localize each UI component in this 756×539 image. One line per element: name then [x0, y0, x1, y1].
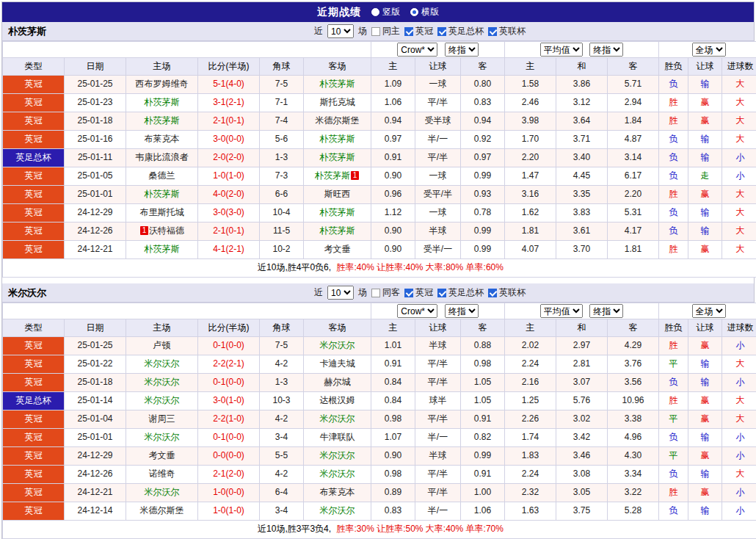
- euro-home-odds: 1.58: [505, 76, 556, 94]
- bookmaker-select[interactable]: Crow*: [397, 43, 437, 57]
- games-count-select[interactable]: 10: [327, 24, 354, 38]
- score: 2-1(0-1): [198, 112, 260, 131]
- filter-league-checkbox[interactable]: [404, 27, 413, 36]
- result-wdl: 负: [659, 149, 688, 167]
- filter-facup-checkbox[interactable]: [437, 289, 446, 297]
- match-scope-select[interactable]: 全场: [692, 304, 726, 318]
- euro-away-odds: 3.34: [608, 466, 659, 484]
- match-row: 英冠 25-01-18 朴茨茅斯 2-1(0-1) 7-4 米德尔斯堡 0.94…: [3, 112, 756, 131]
- average-odds-select[interactable]: 平均值: [540, 304, 583, 318]
- asian-handicap-line: 半/一: [415, 131, 461, 149]
- euro-home-odds: 1.62: [505, 204, 556, 223]
- col-date: 日期: [65, 58, 126, 76]
- result-wdl: 胜: [659, 94, 688, 112]
- match-date: 25-01-18: [65, 112, 126, 131]
- match-row: 英冠 24-12-26 诺维奇 2-1(2-0) 4-2 米尔沃尔 0.98 平…: [3, 466, 756, 484]
- same-venue-option[interactable]: 同客: [371, 286, 400, 299]
- filter-league-option[interactable]: 英冠: [404, 286, 433, 299]
- result-handicap: 赢: [688, 447, 722, 466]
- team-name-text: 谢周三: [149, 413, 175, 424]
- asian-final-odds-select[interactable]: 终指: [445, 304, 479, 318]
- result-handicap: 输: [688, 76, 722, 94]
- team-name-text: 考文垂: [149, 450, 175, 460]
- summary-rates: 胜率:40% 让胜率:40% 大率:80% 单率:60%: [336, 262, 503, 272]
- match-row: 英冠 25-01-05 桑德兰 1-0(1-0) 7-3 朴茨茅斯1 0.90 …: [3, 167, 756, 186]
- league-type: 英冠: [3, 447, 65, 466]
- result-goals: 小: [722, 337, 756, 355]
- col-asian-home: 主: [371, 319, 415, 337]
- team-name-text: 朴茨茅斯: [315, 170, 350, 181]
- result-handicap: 赢: [688, 186, 722, 204]
- average-odds-select[interactable]: 平均值: [540, 43, 583, 57]
- match-date: 24-12-14: [65, 502, 126, 521]
- asian-home-odds: 1.06: [371, 94, 415, 112]
- same-venue-option[interactable]: 同主: [371, 25, 400, 37]
- filter-facup-checkbox[interactable]: [437, 27, 446, 36]
- page-title: 近期战绩: [317, 6, 361, 19]
- match-row: 英足总杯 25-01-14 米尔沃尔 3-0(1-0) 10-3 达根汉姆 0.…: [3, 392, 756, 410]
- layout-horizontal-option[interactable]: 横版: [410, 6, 439, 18]
- games-count-select[interactable]: 10: [327, 286, 354, 300]
- result-handicap: 输: [688, 223, 722, 241]
- layout-vertical-option[interactable]: 竖版: [371, 6, 400, 18]
- euro-away-odds: 4.87: [608, 131, 659, 149]
- same-venue-checkbox[interactable]: [371, 27, 380, 36]
- filter-eflcup-option[interactable]: 英联杯: [488, 25, 526, 37]
- asian-away-odds: 0.91: [461, 466, 505, 484]
- filter-league-option[interactable]: 英冠: [404, 25, 433, 37]
- euro-away-odds: 3.14: [608, 149, 659, 167]
- match-row: 英冠 24-12-26 1沃特福德 2-1(0-1) 11-5 朴茨茅斯 0.9…: [3, 223, 756, 241]
- euro-home-odds: 1.70: [505, 131, 556, 149]
- filter-facup-option[interactable]: 英足总杯: [437, 25, 484, 37]
- corners: 7-1: [260, 94, 304, 112]
- result-handicap: 输: [688, 131, 722, 149]
- result-wdl: 负: [659, 131, 688, 149]
- filter-league-checkbox[interactable]: [404, 289, 413, 297]
- league-type: 英足总杯: [3, 149, 65, 167]
- asian-away-odds: 1.05: [461, 392, 505, 410]
- team-name: 朴茨茅斯: [8, 25, 46, 38]
- asian-away-odds: 0.94: [461, 112, 505, 131]
- asian-home-odds: 0.90: [371, 167, 415, 186]
- asian-final-odds-select[interactable]: 终指: [445, 43, 479, 57]
- asian-handicap-line: 半球: [415, 337, 461, 355]
- score: 1-0(1-0): [198, 502, 260, 521]
- scope-controls: 全场: [659, 42, 756, 58]
- euro-final-odds-select[interactable]: 终指: [589, 43, 623, 57]
- filter-eflcup-checkbox[interactable]: [488, 27, 497, 36]
- filter-eflcup-option[interactable]: 英联杯: [488, 286, 526, 299]
- match-scope-select[interactable]: 全场: [692, 43, 726, 57]
- away-team: 布莱克本: [304, 484, 371, 502]
- filter-eflcup-checkbox[interactable]: [488, 289, 497, 297]
- result-goals: 大: [722, 355, 756, 374]
- away-team: 米尔沃尔: [304, 447, 371, 466]
- team-name-text: 朴茨茅斯: [145, 189, 180, 199]
- team-name-text: 朴茨茅斯: [320, 152, 355, 162]
- bookmaker-select[interactable]: Crow*: [397, 304, 437, 318]
- asian-home-odds: 0.97: [371, 131, 415, 149]
- asian-home-odds: 0.83: [371, 502, 415, 521]
- layout-horizontal-radio[interactable]: [410, 8, 418, 16]
- asian-away-odds: 1.06: [461, 502, 505, 521]
- euro-final-odds-select[interactable]: 终指: [589, 304, 623, 318]
- result-wdl: 平: [659, 447, 688, 466]
- home-team: 朴茨茅斯: [126, 94, 198, 112]
- corners: 11-5: [260, 223, 304, 241]
- team-name-text: 考文垂: [324, 244, 351, 254]
- match-row: 英冠 25-01-23 朴茨茅斯 3-1(2-1) 7-1 斯托克城 1.06 …: [3, 94, 756, 112]
- scope-controls: 全场: [659, 303, 756, 319]
- col-corners: 角球: [260, 58, 304, 76]
- col-handicap-result: 让球: [688, 58, 722, 76]
- result-wdl: 负: [659, 466, 688, 484]
- euro-home-odds: 1.25: [505, 392, 556, 410]
- result-goals: 大: [722, 241, 756, 259]
- match-date: 25-01-16: [65, 131, 126, 149]
- col-euro-home: 主: [505, 319, 556, 337]
- same-venue-checkbox[interactable]: [371, 289, 380, 297]
- layout-vertical-radio[interactable]: [371, 8, 379, 16]
- euro-home-odds: 1.83: [505, 447, 556, 466]
- filter-controls: 近 10 场 同主 英冠 英足总杯 英联杯: [314, 22, 526, 40]
- filter-facup-option[interactable]: 英足总杯: [437, 286, 484, 299]
- corners: 7-5: [260, 76, 304, 94]
- col-asian-away: 客: [461, 58, 505, 76]
